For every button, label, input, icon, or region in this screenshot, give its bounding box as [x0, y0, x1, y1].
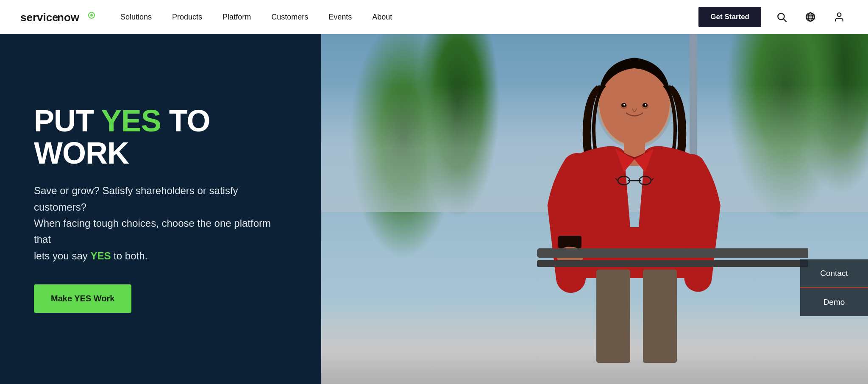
headline-yes: YES: [101, 104, 161, 138]
svg-point-3: [90, 14, 93, 17]
headline-text: PUT YES TO WORK: [34, 105, 294, 169]
nav-customers[interactable]: Customers: [271, 13, 308, 22]
svg-rect-19: [537, 248, 808, 258]
svg-point-29: [623, 104, 625, 106]
subtext-line2: When facing tough choices, choose the on…: [34, 217, 271, 245]
svg-line-5: [784, 19, 786, 22]
svg-rect-17: [558, 236, 581, 248]
nav-about[interactable]: About: [372, 13, 392, 22]
svg-rect-20: [537, 260, 808, 267]
nav-solutions[interactable]: Solutions: [120, 13, 152, 22]
main-nav: Solutions Products Platform Customers Ev…: [120, 13, 392, 22]
hero-headline: PUT YES TO WORK: [34, 105, 294, 169]
search-button[interactable]: [773, 8, 790, 25]
hero-person-image: [503, 34, 808, 384]
logo[interactable]: service now: [20, 9, 97, 25]
globe-icon: [805, 11, 816, 22]
header-left: service now Solutions Products Platform …: [20, 9, 392, 25]
contact-button[interactable]: Contact: [800, 259, 868, 288]
svg-text:now: now: [57, 11, 80, 24]
make-yes-work-button[interactable]: Make YES Work: [34, 284, 131, 313]
search-icon: [776, 11, 787, 22]
subtext-line3: lets you say: [34, 250, 90, 262]
demo-button[interactable]: Demo: [800, 288, 868, 316]
hero-right-panel: Contact Demo: [321, 34, 868, 384]
subtext-yes: YES: [90, 250, 111, 262]
nav-platform[interactable]: Platform: [223, 13, 251, 22]
subtext-line4: to both.: [111, 250, 147, 262]
nav-products[interactable]: Products: [172, 13, 202, 22]
globe-button[interactable]: [802, 8, 819, 25]
user-button[interactable]: [831, 8, 848, 25]
svg-rect-21: [596, 270, 630, 363]
hero-subtext: Save or grow? Satisfy shareholders or sa…: [34, 183, 280, 264]
get-started-button[interactable]: Get Started: [698, 7, 761, 27]
svg-point-30: [645, 104, 646, 106]
side-buttons: Contact Demo: [800, 259, 868, 316]
nav-events[interactable]: Events: [328, 13, 352, 22]
svg-text:service: service: [20, 11, 58, 24]
subtext-line1: Save or grow? Satisfy shareholders or sa…: [34, 185, 238, 212]
user-icon: [834, 11, 845, 22]
headline-put: PUT: [34, 104, 101, 138]
header: service now Solutions Products Platform …: [0, 0, 868, 34]
hero-left-panel: PUT YES TO WORK Save or grow? Satisfy sh…: [0, 34, 321, 384]
hero-section: PUT YES TO WORK Save or grow? Satisfy sh…: [0, 0, 868, 384]
header-right: Get Started: [698, 7, 848, 27]
svg-rect-22: [643, 270, 677, 363]
svg-point-11: [837, 13, 841, 17]
